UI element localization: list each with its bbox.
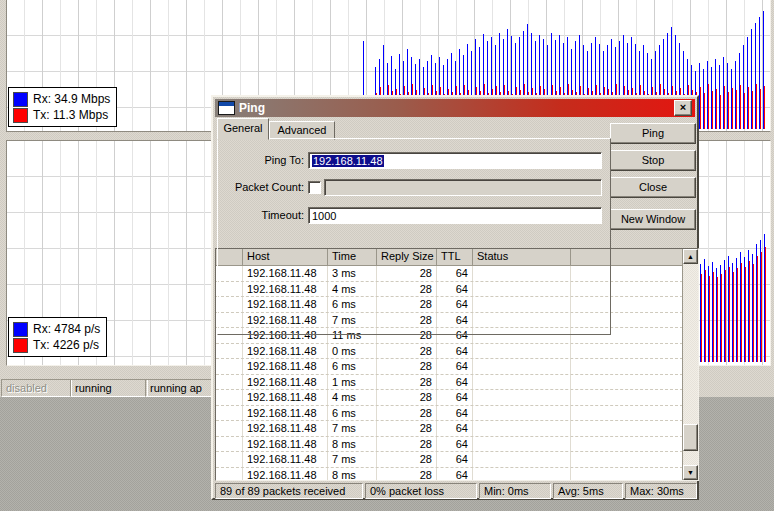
- cell-reply-size: 28: [377, 452, 437, 467]
- ping-to-input[interactable]: 192.168.11.48: [308, 152, 602, 169]
- statusbar-avg: Avg: 5ms: [553, 483, 623, 499]
- stop-button[interactable]: Stop: [610, 150, 696, 171]
- cell-reply-size: 28: [377, 359, 437, 374]
- legend-label: Rx: 4784 p/s: [33, 322, 100, 336]
- cell-filler: [571, 406, 683, 421]
- close-icon[interactable]: ×: [674, 100, 692, 116]
- cell-time: 7 ms: [328, 421, 377, 436]
- cell-filler: [571, 375, 683, 390]
- table-row[interactable]: 192.168.11.487 ms2864: [216, 452, 683, 468]
- cell-status: [473, 468, 571, 481]
- cell-flag: [216, 359, 243, 374]
- cell-flag: [216, 375, 243, 390]
- ping-button[interactable]: Ping: [610, 123, 696, 144]
- legend-row: Rx: 34.9 Mbps: [13, 91, 110, 107]
- cell-status: [473, 452, 571, 467]
- cell-time: 4 ms: [328, 390, 377, 405]
- table-row[interactable]: 192.168.11.481 ms2864: [216, 375, 683, 391]
- vertical-scrollbar[interactable]: ▲ ▼: [682, 249, 698, 480]
- scroll-down-icon[interactable]: ▼: [683, 465, 698, 480]
- legend-label: Tx: 11.3 Mbps: [33, 108, 108, 122]
- cell-ttl: 64: [437, 375, 473, 390]
- traffic-packets-legend: Rx: 4784 p/sTx: 4226 p/s: [8, 317, 107, 357]
- cell-flag: [216, 406, 243, 421]
- cell-reply-size: 28: [377, 375, 437, 390]
- table-row[interactable]: 192.168.11.486 ms2864: [216, 406, 683, 422]
- legend-swatch-icon: [13, 108, 28, 123]
- cell-ttl: 64: [437, 468, 473, 481]
- window-icon: [218, 101, 235, 115]
- cell-filler: [571, 468, 683, 481]
- table-row[interactable]: 192.168.11.486 ms2864: [216, 359, 683, 375]
- cell-ttl: 64: [437, 437, 473, 452]
- cell-time: 7 ms: [328, 452, 377, 467]
- cell-ttl: 64: [437, 344, 473, 359]
- packet-count-label: Packet Count:: [224, 179, 304, 196]
- timeout-label: Timeout:: [224, 207, 304, 224]
- close-button[interactable]: Close: [610, 177, 696, 198]
- cell-host: 192.168.11.48: [243, 390, 328, 405]
- tab-page-general: Ping To: 192.168.11.48 Packet Count: Tim…: [217, 138, 611, 335]
- interface-status-disabled: disabled: [1, 379, 72, 397]
- legend-swatch-icon: [13, 338, 28, 353]
- table-row[interactable]: 192.168.11.484 ms2864: [216, 390, 683, 406]
- legend-label: Rx: 34.9 Mbps: [33, 92, 110, 106]
- timeout-input[interactable]: 1000: [308, 207, 602, 224]
- tab-general[interactable]: General: [217, 118, 269, 140]
- traffic-graph-packets-bars: [700, 232, 769, 362]
- legend-row: Tx: 11.3 Mbps: [13, 107, 110, 123]
- cell-host: 192.168.11.48: [243, 437, 328, 452]
- cell-reply-size: 28: [377, 390, 437, 405]
- packet-count-input[interactable]: [324, 179, 602, 196]
- desktop: Rx: 34.9 MbpsTx: 11.3 Mbps Rx: 4784 p/sT…: [0, 0, 774, 511]
- cell-filler: [571, 390, 683, 405]
- window-title: Ping: [239, 101, 674, 115]
- cell-ttl: 64: [437, 421, 473, 436]
- cell-filler: [571, 421, 683, 436]
- cell-flag: [216, 468, 243, 481]
- scrollbar-thumb[interactable]: [683, 424, 698, 451]
- table-row[interactable]: 192.168.11.488 ms2864: [216, 468, 683, 481]
- cell-filler: [571, 359, 683, 374]
- table-row[interactable]: 192.168.11.480 ms2864: [216, 344, 683, 360]
- cell-host: 192.168.11.48: [243, 359, 328, 374]
- cell-status: [473, 437, 571, 452]
- cell-flag: [216, 344, 243, 359]
- cell-reply-size: 28: [377, 406, 437, 421]
- cell-filler: [571, 437, 683, 452]
- cell-host: 192.168.11.48: [243, 344, 328, 359]
- legend-row: Tx: 4226 p/s: [13, 337, 100, 353]
- statusbar-min: Min: 0ms: [479, 483, 551, 499]
- cell-time: 1 ms: [328, 375, 377, 390]
- cell-ttl: 64: [437, 406, 473, 421]
- new-window-button[interactable]: New Window: [610, 209, 696, 230]
- ping-to-label: Ping To:: [224, 152, 304, 169]
- cell-host: 192.168.11.48: [243, 468, 328, 481]
- cell-flag: [216, 452, 243, 467]
- traffic-bits-legend: Rx: 34.9 MbpsTx: 11.3 Mbps: [8, 87, 117, 127]
- cell-host: 192.168.11.48: [243, 406, 328, 421]
- table-row[interactable]: 192.168.11.488 ms2864: [216, 437, 683, 453]
- cell-host: 192.168.11.48: [243, 421, 328, 436]
- interface-status-running: running: [70, 379, 148, 397]
- packet-count-checkbox[interactable]: [308, 181, 321, 194]
- cell-status: [473, 406, 571, 421]
- cell-status: [473, 344, 571, 359]
- cell-status: [473, 375, 571, 390]
- legend-row: Rx: 4784 p/s: [13, 321, 100, 337]
- cell-time: 6 ms: [328, 359, 377, 374]
- scroll-up-icon[interactable]: ▲: [683, 249, 698, 264]
- cell-reply-size: 28: [377, 437, 437, 452]
- ping-dialog-titlebar[interactable]: Ping ×: [215, 99, 695, 117]
- cell-time: 8 ms: [328, 468, 377, 481]
- cell-status: [473, 359, 571, 374]
- table-row[interactable]: 192.168.11.487 ms2864: [216, 421, 683, 437]
- cell-ttl: 64: [437, 452, 473, 467]
- cell-host: 192.168.11.48: [243, 375, 328, 390]
- statusbar-packet-loss: 0% packet loss: [365, 483, 477, 499]
- cell-filler: [571, 452, 683, 467]
- cell-status: [473, 390, 571, 405]
- legend-swatch-icon: [13, 92, 28, 107]
- cell-status: [473, 421, 571, 436]
- cell-flag: [216, 437, 243, 452]
